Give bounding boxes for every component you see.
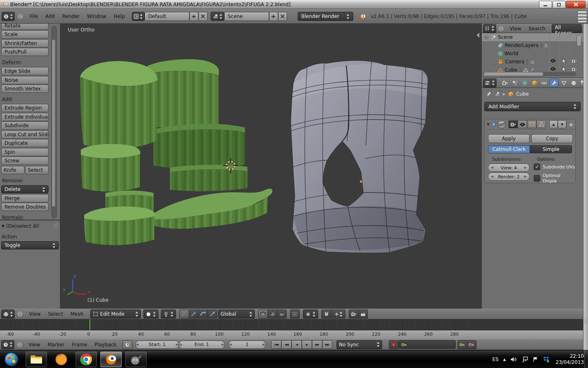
mode-dropdown[interactable]: Edit Mode bbox=[90, 310, 141, 319]
modifier-name-field[interactable]: urf bbox=[498, 121, 506, 128]
snap-toggle[interactable] bbox=[321, 310, 331, 319]
optimal-display-checkbox[interactable]: Optimal Displa bbox=[534, 173, 575, 184]
play-reverse-button[interactable]: ◀ bbox=[292, 340, 302, 349]
jump-to-start-button[interactable]: |◀◀ bbox=[271, 340, 281, 349]
frame-start-stepper[interactable]: ◀Start: 1▶ bbox=[136, 341, 179, 349]
copy-button[interactable]: Copy bbox=[531, 134, 573, 143]
vertex-select-mode-button[interactable] bbox=[258, 310, 268, 319]
add-layout-button[interactable] bbox=[189, 12, 198, 21]
outliner-menu-view[interactable]: View bbox=[506, 26, 525, 31]
tool-button-scale[interactable]: Scale bbox=[1, 30, 49, 38]
editor-type-selector[interactable] bbox=[483, 24, 496, 33]
tool-button-remove-doubles[interactable]: Remove Doubles bbox=[1, 203, 49, 211]
transform-orientation-dropdown[interactable]: Global bbox=[218, 310, 255, 319]
taskbar-app-gimp[interactable] bbox=[125, 352, 147, 367]
pin-icon[interactable] bbox=[486, 91, 492, 97]
selected-vertex[interactable] bbox=[360, 180, 363, 183]
screen-layout-selector[interactable] bbox=[132, 12, 145, 21]
render-engine-dropdown[interactable]: Blender Render bbox=[298, 12, 353, 21]
tool-button-extrude-region[interactable]: Extrude Region bbox=[1, 104, 49, 112]
apply-button[interactable]: Apply bbox=[488, 134, 530, 143]
add-modifier-dropdown[interactable]: Add Modifier bbox=[484, 102, 581, 111]
viewport-3d[interactable]: z x y User Ortho (1) Cube bbox=[60, 24, 482, 309]
tool-button-knife[interactable]: Knife bbox=[1, 166, 24, 174]
deselect-all-panel-header[interactable]: ▼ (De)select All bbox=[0, 221, 60, 229]
tab-render[interactable] bbox=[500, 79, 510, 87]
tab-constraints[interactable] bbox=[539, 79, 549, 87]
dropbox-icon[interactable] bbox=[543, 356, 550, 363]
info-menu-window[interactable]: Window bbox=[83, 13, 110, 19]
clock[interactable]: 22:10 23/04/2013 bbox=[556, 353, 584, 366]
move-modifier-down-button[interactable]: ▼ bbox=[558, 120, 566, 128]
maximize-button[interactable] bbox=[552, 1, 566, 8]
auto-keyframe-toggle[interactable] bbox=[389, 340, 399, 349]
tab-object[interactable] bbox=[530, 79, 539, 87]
timeline-menu-frame[interactable]: Frame bbox=[68, 342, 91, 348]
scene-selector[interactable] bbox=[211, 12, 224, 21]
eye-toggle-icon[interactable] bbox=[550, 67, 556, 71]
tab-data[interactable] bbox=[559, 79, 568, 87]
opengl-render-anim-button[interactable] bbox=[359, 310, 368, 319]
current-frame-field[interactable]: ◀1▶ bbox=[229, 341, 265, 349]
tab-scene[interactable] bbox=[510, 79, 519, 87]
delete-modifier-icon[interactable]: × bbox=[569, 121, 573, 128]
tool-button-edge-slide[interactable]: Edge Slide bbox=[1, 67, 49, 75]
tool-button-subdivide[interactable]: Subdivide bbox=[1, 121, 49, 130]
delete-keyframe-button[interactable] bbox=[467, 340, 477, 349]
scrollbar-thumb[interactable] bbox=[484, 72, 543, 76]
eye-toggle-icon[interactable] bbox=[550, 58, 556, 63]
view3d-menu-view[interactable]: View bbox=[25, 311, 44, 317]
opengl-render-button[interactable] bbox=[349, 310, 359, 319]
tool-button-extrude-individual[interactable]: Extrude Individual bbox=[1, 113, 49, 121]
viewport-shading-dropdown[interactable] bbox=[143, 310, 158, 319]
render-subdivisions-stepper[interactable]: ◀Render: 2▶ bbox=[488, 173, 530, 181]
collapse-menus-icon[interactable] bbox=[17, 342, 22, 347]
taskbar-app-explorer[interactable] bbox=[26, 352, 47, 367]
camera-toggle-icon[interactable] bbox=[571, 67, 577, 72]
catmull-clark-button[interactable]: Catmull-Clark bbox=[488, 145, 530, 153]
edge-select-mode-button[interactable] bbox=[268, 310, 277, 319]
timeline-menu-playback[interactable]: Playback bbox=[91, 342, 120, 348]
minimize-button[interactable] bbox=[539, 1, 552, 8]
modifier-cage-toggle[interactable] bbox=[537, 120, 546, 128]
timeline-track[interactable] bbox=[0, 319, 583, 330]
modifier-editmode-toggle[interactable] bbox=[527, 120, 537, 128]
rotate-manipulator-toggle[interactable] bbox=[198, 310, 208, 319]
play-button[interactable]: ▶ bbox=[302, 340, 312, 349]
tool-dropdown-delete[interactable]: Delete bbox=[1, 185, 49, 193]
outliner-row-camera[interactable]: Camera| bbox=[482, 58, 583, 66]
snap-element-dropdown[interactable] bbox=[331, 310, 345, 319]
scene-name-field[interactable]: Scene bbox=[224, 12, 269, 21]
collapse-menus-icon[interactable] bbox=[499, 26, 503, 31]
collapse-menus-icon[interactable] bbox=[18, 312, 22, 316]
tab-modifiers[interactable] bbox=[549, 79, 559, 87]
sync-dropdown[interactable]: No Sync bbox=[336, 340, 382, 349]
cursor-toggle-icon[interactable] bbox=[562, 67, 566, 72]
action-center-flag-icon[interactable] bbox=[533, 357, 538, 362]
tool-button-merge[interactable]: Merge bbox=[1, 194, 49, 202]
info-menu-render[interactable]: Render bbox=[58, 13, 83, 19]
window-right-scrollbar[interactable] bbox=[583, 24, 588, 350]
proportional-edit-dropdown[interactable] bbox=[303, 310, 318, 319]
tab-material[interactable] bbox=[569, 79, 578, 87]
editor-type-selector[interactable] bbox=[1, 340, 14, 349]
delete-scene-button[interactable] bbox=[278, 12, 287, 21]
only-render-frames-toggle[interactable] bbox=[122, 340, 132, 349]
outliner-menu-search[interactable]: Search bbox=[525, 26, 549, 31]
tool-shelf-scrollbar[interactable] bbox=[51, 26, 57, 218]
current-frame-line[interactable] bbox=[89, 319, 90, 330]
outliner-row-world[interactable]: World bbox=[482, 49, 583, 58]
outliner-scope-dropdown[interactable]: All Scenes bbox=[552, 24, 582, 33]
timeline-menu-view[interactable]: View bbox=[25, 342, 44, 348]
info-menu-help[interactable]: Help bbox=[110, 13, 128, 19]
view3d-menu-mesh[interactable]: Mesh bbox=[67, 311, 87, 317]
taskbar-app-chrome[interactable] bbox=[76, 352, 97, 367]
editor-type-selector[interactable] bbox=[1, 310, 15, 319]
outliner-row-scene[interactable]: Scene bbox=[482, 33, 583, 41]
collapse-triangle-icon[interactable]: ▼ bbox=[487, 122, 490, 126]
outliner-vscrollbar[interactable] bbox=[577, 35, 581, 46]
language-indicator[interactable]: ES bbox=[492, 357, 499, 362]
subdivide-uvs-checkbox[interactable]: ✓ Subdivide UVs bbox=[534, 164, 575, 170]
modifier-view-toggle[interactable] bbox=[518, 120, 527, 128]
modifier-render-toggle[interactable] bbox=[508, 120, 518, 128]
